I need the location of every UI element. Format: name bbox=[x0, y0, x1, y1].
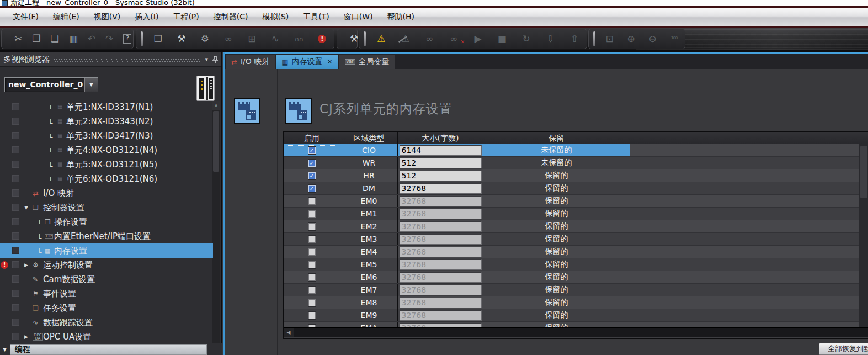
table-row-em7[interactable]: EM7保留的 bbox=[284, 284, 868, 296]
zoom-100-icon[interactable]: ¹⁰⁰ bbox=[663, 36, 685, 43]
enable-checkbox[interactable] bbox=[308, 312, 316, 319]
zoom-out-icon[interactable]: ⊖ bbox=[642, 34, 663, 44]
tree-item-task-settings[interactable]: ❏任务设置 bbox=[0, 301, 213, 315]
sync-icon[interactable]: ↻ bbox=[514, 34, 539, 44]
tree-item-unit-1[interactable]: L▦单元1:NX-ID3317(N1) bbox=[0, 100, 213, 114]
size-input[interactable] bbox=[400, 209, 482, 219]
enable-checkbox[interactable]: ✓ bbox=[308, 160, 316, 167]
window-transfer-icon[interactable]: ❒ bbox=[146, 34, 170, 44]
tree-item-builtin-ethernet-ip-port-settings[interactable]: LEIP内置EtherNet/IP端口设置 bbox=[0, 229, 213, 243]
tree-item-cam-data-settings[interactable]: ✎Cam数据设置 bbox=[0, 272, 213, 287]
tree-item-opc-ua-settings[interactable]: ▶OPC UAOPC UA设置 bbox=[0, 330, 213, 344]
tree-item-data-trace-settings[interactable]: ∿数据跟踪设置 bbox=[0, 315, 213, 330]
tree-item-unit-5[interactable]: L▦单元5:NX-OD3121(N5) bbox=[0, 157, 213, 172]
tab-memory-settings[interactable]: ▦内存设置✕ bbox=[276, 55, 338, 69]
menu-item-h[interactable]: 帮助(H) bbox=[380, 12, 422, 22]
check-all-programs-icon[interactable]: ∞ bbox=[217, 34, 241, 44]
help-icon[interactable]: ? bbox=[118, 34, 136, 44]
expand-closed-icon[interactable]: ▶ bbox=[24, 262, 28, 268]
table-row-wr[interactable]: ✓WR未保留的 bbox=[284, 157, 868, 169]
menu-item-c[interactable]: 控制器(C) bbox=[206, 12, 255, 22]
table-row-em8[interactable]: EM8保留的 bbox=[284, 296, 868, 309]
size-input[interactable] bbox=[400, 272, 482, 283]
tree-item-memory-settings[interactable]: L▦内存设置 bbox=[0, 243, 213, 258]
size-input[interactable] bbox=[400, 234, 482, 245]
table-row-em9[interactable]: EM9保留的 bbox=[284, 309, 868, 322]
restore-defaults-button[interactable]: 全部恢复到默 bbox=[819, 343, 868, 355]
size-input[interactable] bbox=[400, 259, 482, 270]
tree-item-event-settings[interactable]: ⚑事件设置 bbox=[0, 287, 213, 301]
scroll-up-icon[interactable]: ∧ bbox=[212, 101, 220, 110]
size-input[interactable] bbox=[400, 196, 482, 206]
table-row-em2[interactable]: EM2保留的 bbox=[284, 220, 868, 233]
watch-remove-icon[interactable]: ∞ bbox=[441, 34, 466, 44]
enable-checkbox[interactable]: ✓ bbox=[308, 172, 316, 179]
tree-item-unit-2[interactable]: L▦单元2:NX-ID3343(N2) bbox=[0, 114, 213, 129]
programming-section[interactable]: ▼ 编程 bbox=[0, 343, 222, 355]
controller-select[interactable]: new_Controller_0 ▼ bbox=[4, 77, 98, 92]
expand-open-icon[interactable]: ▼ bbox=[24, 205, 28, 210]
table-row-em1[interactable]: EM1保留的 bbox=[284, 208, 868, 220]
enable-checkbox[interactable]: ✓ bbox=[308, 185, 316, 192]
size-input[interactable] bbox=[400, 310, 482, 321]
table-row-hr[interactable]: ✓HR保留的 bbox=[284, 169, 868, 182]
enable-checkbox[interactable] bbox=[308, 198, 316, 205]
enable-checkbox[interactable] bbox=[308, 287, 316, 294]
group-grip[interactable] bbox=[593, 31, 595, 46]
menu-item-s[interactable]: 模拟(S) bbox=[255, 12, 296, 22]
table-row-em5[interactable]: EM5保留的 bbox=[284, 258, 868, 271]
menu-item-e[interactable]: 编辑(E) bbox=[46, 12, 87, 22]
check-table-icon[interactable]: ⊞ bbox=[240, 34, 264, 44]
size-input[interactable] bbox=[400, 171, 482, 181]
size-input[interactable] bbox=[400, 158, 482, 168]
tree-item-unit-6[interactable]: L▦单元6:NX-OD3121(N6) bbox=[0, 172, 213, 186]
table-row-em6[interactable]: EM6保留的 bbox=[284, 271, 868, 284]
size-input[interactable] bbox=[400, 247, 482, 257]
size-input[interactable] bbox=[400, 183, 482, 194]
rebuild-icon[interactable]: ⚙ bbox=[193, 34, 217, 44]
redo-icon[interactable]: ↷ bbox=[100, 34, 118, 44]
upload-from-controller-icon[interactable]: ⇧ bbox=[562, 34, 587, 44]
scrollbar-thumb[interactable] bbox=[213, 111, 219, 172]
build-icon[interactable]: ⚒ bbox=[170, 34, 194, 44]
tree-item-unit-3[interactable]: L▦单元3:NX-ID3417(N3) bbox=[0, 129, 213, 143]
undo-icon[interactable]: ↶ bbox=[83, 34, 100, 44]
paste-icon[interactable]: ❏ bbox=[46, 34, 64, 44]
group-grip[interactable] bbox=[141, 31, 143, 46]
menu-item-t[interactable]: 工具(T) bbox=[296, 12, 337, 22]
table-row-dm[interactable]: ✓DM保留的 bbox=[284, 182, 868, 195]
chevron-down-icon[interactable]: ▼ bbox=[84, 78, 98, 92]
menu-item-f[interactable]: 文件(F) bbox=[6, 12, 46, 22]
menu-item-p[interactable]: 工程(P) bbox=[166, 12, 206, 22]
enable-checkbox[interactable] bbox=[308, 248, 316, 256]
enable-checkbox[interactable] bbox=[308, 274, 316, 281]
enable-checkbox[interactable] bbox=[308, 299, 316, 306]
pin-icon[interactable] bbox=[212, 56, 218, 63]
table-row-cio[interactable]: ✓CIO未保留的 bbox=[284, 144, 868, 157]
copy-icon[interactable]: ❐ bbox=[27, 34, 45, 44]
table-row-ema[interactable]: EMA保留的 bbox=[284, 322, 868, 327]
tree-item-io-map[interactable]: ⇄I/O 映射 bbox=[0, 186, 213, 200]
group-grip[interactable] bbox=[364, 31, 366, 46]
size-input[interactable] bbox=[400, 145, 482, 156]
sidebar-scrollbar[interactable]: ∧ bbox=[212, 101, 220, 355]
size-input[interactable] bbox=[400, 323, 482, 328]
horizontal-scrollbar[interactable]: ◀ bbox=[284, 327, 868, 337]
watch-icon[interactable]: ∞ bbox=[418, 34, 442, 44]
expand-closed-icon[interactable]: ▶ bbox=[24, 334, 28, 340]
scrollbar-thumb[interactable] bbox=[860, 146, 867, 198]
tree-item-controller-settings[interactable]: ▼❒控制器设置 bbox=[0, 200, 213, 215]
table-row-em0[interactable]: EM0保留的 bbox=[284, 195, 868, 208]
warning-disable-icon[interactable]: ⚠ bbox=[393, 34, 418, 44]
close-icon[interactable]: ✕ bbox=[327, 58, 333, 66]
download-to-controller-icon[interactable]: ⇩ bbox=[538, 34, 562, 44]
error-list-icon[interactable]: ! bbox=[311, 35, 334, 43]
search-icon[interactable]: ∩∩ bbox=[287, 36, 311, 43]
chevron-down-icon[interactable]: ▾ bbox=[205, 56, 208, 63]
zoom-in-icon[interactable]: ⊕ bbox=[620, 34, 642, 44]
cut-icon[interactable]: ✂ bbox=[9, 34, 27, 44]
delete-icon[interactable]: ▥ bbox=[64, 34, 83, 44]
enable-checkbox[interactable] bbox=[308, 261, 316, 268]
tab-io-map[interactable]: ⇄I/O 映射 bbox=[226, 55, 275, 69]
run-icon[interactable]: ▶ bbox=[466, 34, 490, 44]
